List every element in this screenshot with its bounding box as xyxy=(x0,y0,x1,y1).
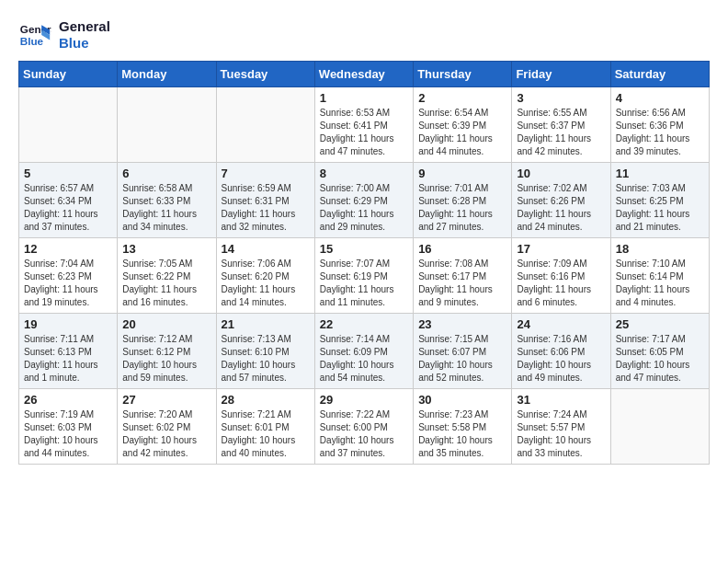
day-number: 25 xyxy=(616,317,704,331)
page-header: General Blue General Blue xyxy=(18,18,710,52)
calendar-day-cell: 1Sunrise: 6:53 AM Sunset: 6:41 PM Daylig… xyxy=(314,87,413,163)
day-info: Sunrise: 6:58 AM Sunset: 6:33 PM Dayligh… xyxy=(122,182,210,234)
calendar-week-row: 1Sunrise: 6:53 AM Sunset: 6:41 PM Daylig… xyxy=(19,87,710,163)
calendar-day-cell: 6Sunrise: 6:58 AM Sunset: 6:33 PM Daylig… xyxy=(118,163,216,238)
day-info: Sunrise: 6:59 AM Sunset: 6:31 PM Dayligh… xyxy=(222,182,310,234)
calendar-day-cell: 3Sunrise: 6:55 AM Sunset: 6:37 PM Daylig… xyxy=(512,87,610,163)
calendar-day-cell: 31Sunrise: 7:24 AM Sunset: 5:57 PM Dayli… xyxy=(512,389,610,465)
day-number: 27 xyxy=(122,393,210,407)
calendar-day-cell: 5Sunrise: 6:57 AM Sunset: 6:34 PM Daylig… xyxy=(19,163,118,238)
day-number: 4 xyxy=(616,91,704,105)
weekday-header-tuesday: Tuesday xyxy=(216,62,314,87)
day-info: Sunrise: 7:19 AM Sunset: 6:03 PM Dayligh… xyxy=(24,408,112,460)
day-info: Sunrise: 7:24 AM Sunset: 5:57 PM Dayligh… xyxy=(517,408,605,460)
day-number: 10 xyxy=(517,167,605,180)
calendar-day-cell: 23Sunrise: 7:15 AM Sunset: 6:07 PM Dayli… xyxy=(414,314,512,389)
calendar-day-cell: 19Sunrise: 7:11 AM Sunset: 6:13 PM Dayli… xyxy=(19,314,118,389)
day-number: 12 xyxy=(24,242,112,256)
calendar-week-row: 12Sunrise: 7:04 AM Sunset: 6:23 PM Dayli… xyxy=(19,238,710,314)
day-info: Sunrise: 7:00 AM Sunset: 6:29 PM Dayligh… xyxy=(320,182,408,234)
calendar-day-cell xyxy=(19,87,118,163)
calendar-day-cell: 9Sunrise: 7:01 AM Sunset: 6:28 PM Daylig… xyxy=(414,163,512,238)
day-info: Sunrise: 7:15 AM Sunset: 6:07 PM Dayligh… xyxy=(418,333,506,385)
day-number: 3 xyxy=(517,91,605,105)
calendar-day-cell xyxy=(216,87,314,163)
calendar-day-cell xyxy=(610,389,709,465)
svg-text:Blue: Blue xyxy=(20,35,44,47)
calendar-day-cell: 13Sunrise: 7:05 AM Sunset: 6:22 PM Dayli… xyxy=(118,238,216,314)
calendar-header-row: SundayMondayTuesdayWednesdayThursdayFrid… xyxy=(19,62,710,87)
day-info: Sunrise: 7:01 AM Sunset: 6:28 PM Dayligh… xyxy=(418,182,506,234)
weekday-header-saturday: Saturday xyxy=(610,62,709,87)
day-number: 31 xyxy=(517,393,605,407)
logo-blue: Blue xyxy=(59,35,110,52)
calendar-day-cell: 25Sunrise: 7:17 AM Sunset: 6:05 PM Dayli… xyxy=(610,314,709,389)
day-number: 1 xyxy=(320,91,408,105)
day-number: 6 xyxy=(122,167,210,180)
day-number: 2 xyxy=(418,91,506,105)
day-number: 11 xyxy=(616,167,704,180)
day-info: Sunrise: 7:17 AM Sunset: 6:05 PM Dayligh… xyxy=(616,333,704,385)
calendar-day-cell: 4Sunrise: 6:56 AM Sunset: 6:36 PM Daylig… xyxy=(610,87,709,163)
day-number: 21 xyxy=(222,317,310,331)
day-number: 18 xyxy=(616,242,704,256)
calendar-day-cell: 30Sunrise: 7:23 AM Sunset: 5:58 PM Dayli… xyxy=(414,389,512,465)
day-info: Sunrise: 7:09 AM Sunset: 6:16 PM Dayligh… xyxy=(517,258,605,309)
logo-general: General xyxy=(59,18,110,35)
day-number: 22 xyxy=(320,317,408,331)
day-number: 17 xyxy=(517,242,605,256)
day-info: Sunrise: 7:08 AM Sunset: 6:17 PM Dayligh… xyxy=(418,258,506,309)
day-number: 26 xyxy=(24,393,112,407)
calendar-day-cell: 14Sunrise: 7:06 AM Sunset: 6:20 PM Dayli… xyxy=(216,238,314,314)
day-number: 23 xyxy=(418,317,506,331)
day-info: Sunrise: 7:20 AM Sunset: 6:02 PM Dayligh… xyxy=(122,408,210,460)
day-number: 30 xyxy=(418,393,506,407)
calendar-day-cell: 26Sunrise: 7:19 AM Sunset: 6:03 PM Dayli… xyxy=(19,389,118,465)
day-number: 14 xyxy=(222,242,310,256)
day-info: Sunrise: 7:10 AM Sunset: 6:14 PM Dayligh… xyxy=(616,258,704,309)
logo-icon: General Blue xyxy=(18,18,51,52)
calendar-week-row: 26Sunrise: 7:19 AM Sunset: 6:03 PM Dayli… xyxy=(19,389,710,465)
weekday-header-friday: Friday xyxy=(512,62,610,87)
day-number: 8 xyxy=(320,167,408,180)
weekday-header-wednesday: Wednesday xyxy=(314,62,413,87)
calendar-day-cell: 15Sunrise: 7:07 AM Sunset: 6:19 PM Dayli… xyxy=(314,238,413,314)
calendar-day-cell: 22Sunrise: 7:14 AM Sunset: 6:09 PM Dayli… xyxy=(314,314,413,389)
day-info: Sunrise: 7:21 AM Sunset: 6:01 PM Dayligh… xyxy=(222,408,310,460)
calendar-day-cell: 2Sunrise: 6:54 AM Sunset: 6:39 PM Daylig… xyxy=(414,87,512,163)
day-number: 20 xyxy=(122,317,210,331)
day-info: Sunrise: 7:03 AM Sunset: 6:25 PM Dayligh… xyxy=(616,182,704,234)
day-info: Sunrise: 7:11 AM Sunset: 6:13 PM Dayligh… xyxy=(24,333,112,385)
calendar-day-cell: 10Sunrise: 7:02 AM Sunset: 6:26 PM Dayli… xyxy=(512,163,610,238)
day-number: 16 xyxy=(418,242,506,256)
day-info: Sunrise: 6:57 AM Sunset: 6:34 PM Dayligh… xyxy=(24,182,112,234)
day-number: 5 xyxy=(24,167,112,180)
calendar-day-cell: 27Sunrise: 7:20 AM Sunset: 6:02 PM Dayli… xyxy=(118,389,216,465)
day-info: Sunrise: 7:22 AM Sunset: 6:00 PM Dayligh… xyxy=(320,408,408,460)
calendar-table: SundayMondayTuesdayWednesdayThursdayFrid… xyxy=(18,61,710,465)
day-info: Sunrise: 6:55 AM Sunset: 6:37 PM Dayligh… xyxy=(517,107,605,158)
day-number: 7 xyxy=(222,167,310,180)
day-info: Sunrise: 7:05 AM Sunset: 6:22 PM Dayligh… xyxy=(122,258,210,309)
calendar-day-cell: 21Sunrise: 7:13 AM Sunset: 6:10 PM Dayli… xyxy=(216,314,314,389)
day-info: Sunrise: 7:16 AM Sunset: 6:06 PM Dayligh… xyxy=(517,333,605,385)
calendar-day-cell: 29Sunrise: 7:22 AM Sunset: 6:00 PM Dayli… xyxy=(314,389,413,465)
calendar-week-row: 19Sunrise: 7:11 AM Sunset: 6:13 PM Dayli… xyxy=(19,314,710,389)
day-info: Sunrise: 6:56 AM Sunset: 6:36 PM Dayligh… xyxy=(616,107,704,158)
weekday-header-thursday: Thursday xyxy=(414,62,512,87)
day-number: 19 xyxy=(24,317,112,331)
day-info: Sunrise: 7:13 AM Sunset: 6:10 PM Dayligh… xyxy=(222,333,310,385)
calendar-day-cell: 16Sunrise: 7:08 AM Sunset: 6:17 PM Dayli… xyxy=(414,238,512,314)
calendar-day-cell xyxy=(118,87,216,163)
calendar-day-cell: 17Sunrise: 7:09 AM Sunset: 6:16 PM Dayli… xyxy=(512,238,610,314)
day-number: 13 xyxy=(122,242,210,256)
day-info: Sunrise: 7:07 AM Sunset: 6:19 PM Dayligh… xyxy=(320,258,408,309)
calendar-day-cell: 11Sunrise: 7:03 AM Sunset: 6:25 PM Dayli… xyxy=(610,163,709,238)
day-number: 28 xyxy=(222,393,310,407)
day-info: Sunrise: 6:54 AM Sunset: 6:39 PM Dayligh… xyxy=(418,107,506,158)
calendar-day-cell: 18Sunrise: 7:10 AM Sunset: 6:14 PM Dayli… xyxy=(610,238,709,314)
day-number: 15 xyxy=(320,242,408,256)
weekday-header-sunday: Sunday xyxy=(19,62,118,87)
day-info: Sunrise: 7:23 AM Sunset: 5:58 PM Dayligh… xyxy=(418,408,506,460)
calendar-day-cell: 8Sunrise: 7:00 AM Sunset: 6:29 PM Daylig… xyxy=(314,163,413,238)
